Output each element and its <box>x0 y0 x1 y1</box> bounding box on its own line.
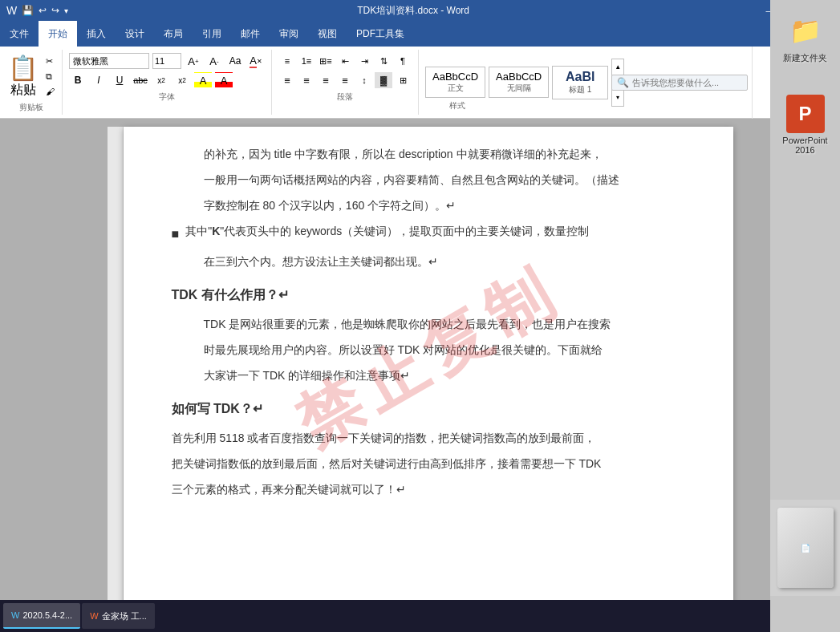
paragraph-label: 段落 <box>278 91 412 104</box>
highlight-button[interactable]: A <box>194 72 212 88</box>
bold-button[interactable]: B <box>69 72 87 88</box>
sort-button[interactable]: ⇅ <box>375 53 392 69</box>
align-center-button[interactable]: ≡ <box>298 72 315 88</box>
styles-label: 样式 <box>449 100 465 113</box>
font-clear-button[interactable]: A ✕ <box>247 53 265 69</box>
shading-button[interactable]: ▓ <box>375 72 392 88</box>
tab-home[interactable]: 开始 <box>39 21 77 47</box>
ribbon-tabs: 文件 开始 插入 设计 布局 引用 邮件 审阅 视图 PDF工具集 <box>0 21 840 47</box>
desktop-right-area: 📁 新建文件夹 P PowerPoint 2016 📄 <box>770 0 840 632</box>
style-heading1[interactable]: AaBl 标题 1 <box>552 66 608 99</box>
word-icon: W <box>6 4 17 17</box>
format-painter-button[interactable]: 🖌 <box>43 85 57 98</box>
thumbnail-area: 📄 <box>770 500 840 596</box>
justify-button[interactable]: ≡ <box>336 72 354 88</box>
title-bar: W 💾 ↩ ↪ ▾ TDK培训资料.docx - Word — ❐ ✕ <box>0 0 840 21</box>
document-area: 禁止复制 的补充，因为 title 中字数有限，所以在 description … <box>0 119 840 614</box>
para-10: 三个元素的格式，再来分配关键词就可以了！↵ <box>172 478 685 500</box>
clipboard-group: 📋 粘贴 ✂ ⧉ 🖌 剪贴板 <box>0 50 63 115</box>
taskbar-item-2[interactable]: W 金家场 工... <box>82 603 155 629</box>
title-bar-left: W 💾 ↩ ↪ ▾ <box>6 4 68 17</box>
strikethrough-button[interactable]: abc <box>132 72 149 88</box>
desktop-icon-new-folder[interactable]: 📁 新建文件夹 <box>780 8 830 67</box>
save-icon[interactable]: 💾 <box>22 5 34 16</box>
numbering-button[interactable]: 1≡ <box>298 53 315 69</box>
font-label: 字体 <box>69 91 265 104</box>
align-right-button[interactable]: ≡ <box>317 72 335 88</box>
bullet-marker: ■ <box>172 221 180 247</box>
copy-button[interactable]: ⧉ <box>43 70 57 83</box>
line-spacing-button[interactable]: ↕ <box>355 72 373 88</box>
tab-design[interactable]: 设计 <box>116 21 154 47</box>
para-9: 把关键词指数低的放到最后面，然后对关键词进行由高到低排序，接着需要想一下 TDK <box>172 452 685 475</box>
paragraph-group: ≡ 1≡ ⊞≡ ⇤ ⇥ ⇅ ¶ ≡ ≡ ≡ ≡ ↕ ▓ ⊞ 段落 <box>272 50 419 115</box>
increase-indent-button[interactable]: ⇥ <box>355 53 373 69</box>
paste-label: 粘贴 <box>10 82 36 99</box>
borders-button[interactable]: ⊞ <box>394 72 412 88</box>
ribbon-search-input[interactable] <box>632 78 737 87</box>
font-shrink-button[interactable]: A- <box>205 53 223 69</box>
tab-mailings[interactable]: 邮件 <box>231 21 270 47</box>
bullets-button[interactable]: ≡ <box>278 53 296 69</box>
paste-icon: 📋 <box>8 54 38 82</box>
cut-button[interactable]: ✂ <box>43 55 57 68</box>
font-name-input[interactable] <box>69 53 149 69</box>
underline-button[interactable]: U <box>111 72 128 88</box>
document-page[interactable]: 禁止复制 的补充，因为 title 中字数有限，所以在 description … <box>124 127 733 606</box>
document-content: 的补充，因为 title 中字数有限，所以在 description 中就要稍微… <box>172 143 685 500</box>
tab-insert[interactable]: 插入 <box>77 21 116 47</box>
subscript-button[interactable]: x2 <box>152 72 170 88</box>
multilevel-button[interactable]: ⊞≡ <box>317 53 335 69</box>
heading-1: TDK 有什么作用？↵ <box>172 282 685 308</box>
tab-review[interactable]: 审阅 <box>270 21 308 47</box>
taskbar-icon-2: W <box>90 611 98 621</box>
clipboard-label: 剪贴板 <box>19 102 43 115</box>
ribbon-search-box: 🔍 <box>611 75 748 91</box>
style-no-spacing[interactable]: AaBbCcD 无间隔 <box>489 67 549 98</box>
para-row2: ≡ ≡ ≡ ≡ ↕ ▓ ⊞ <box>278 72 412 88</box>
taskbar: W 2020.5.4-2... W 金家场 工... <box>0 600 770 632</box>
superscript-button[interactable]: x2 <box>173 72 191 88</box>
undo-icon[interactable]: ↩ <box>39 5 47 16</box>
align-left-button[interactable]: ≡ <box>278 72 296 88</box>
para-6: 时最先展现给用户的内容。所以设置好 TDK 对网站的优化是很关键的。下面就给 <box>172 338 685 361</box>
tab-references[interactable]: 引用 <box>193 21 231 47</box>
para-2: 一般用一句两句话概括网站的内容，内容要精简、自然且包含网站的关键词。（描述 <box>172 168 685 191</box>
para-4: 在三到六个内。想方设法让主关键词都出现。↵ <box>172 250 685 273</box>
font-color-button[interactable]: A <box>215 72 233 88</box>
new-folder-icon: 📁 <box>786 11 825 50</box>
tab-file[interactable]: 文件 <box>0 21 39 47</box>
decrease-indent-button[interactable]: ⇤ <box>336 53 354 69</box>
clipboard-group-content: 📋 粘贴 ✂ ⧉ 🖌 <box>5 50 57 102</box>
para-8: 首先利用 5118 或者百度指数查询一下关键词的指数，把关键词指数高的放到最前面… <box>172 427 685 449</box>
clipboard-small-buttons: ✂ ⧉ 🖌 <box>43 55 57 98</box>
ribbon-content: 📋 粘贴 ✂ ⧉ 🖌 剪贴板 A+ A- Aa A ✕ B I <box>0 47 840 119</box>
show-marks-button[interactable]: ¶ <box>394 53 412 69</box>
left-ruler <box>108 127 124 606</box>
paste-button[interactable]: 📋 粘贴 <box>5 52 41 100</box>
taskbar-label-2: 金家场 工... <box>102 610 147 622</box>
style-normal[interactable]: AaBbCcD 正文 <box>425 67 485 98</box>
para-7: 大家讲一下 TDK 的详细操作和注意事项↵ <box>172 364 685 387</box>
tab-pdf[interactable]: PDF工具集 <box>347 21 414 47</box>
para-5: TDK 是网站很重要的元素，他是蜘蛛爬取你的网站之后最先看到，也是用户在搜索 <box>172 313 685 335</box>
powerpoint-label: PowerPoint 2016 <box>773 136 837 155</box>
bullet-item-1: ■ 其中"K"代表页头中的 keywords（关键词），提取页面中的主要关键词，… <box>172 220 685 247</box>
font-case-button[interactable]: Aa <box>226 53 244 69</box>
search-icon: 🔍 <box>617 77 629 88</box>
powerpoint-icon: P <box>786 95 825 133</box>
redo-icon[interactable]: ↪ <box>51 5 59 16</box>
para-3: 字数控制在 80 个汉字以内，160 个字符之间）。↵ <box>172 194 685 217</box>
taskbar-label-1: 2020.5.4-2... <box>22 610 72 620</box>
thumbnail: 📄 <box>777 508 834 588</box>
font-row2: B I U abc x2 x2 A A <box>69 72 265 88</box>
font-grow-button[interactable]: A+ <box>185 53 202 69</box>
desktop-icon-powerpoint[interactable]: P PowerPoint 2016 <box>770 91 840 158</box>
taskbar-item-1[interactable]: W 2020.5.4-2... <box>3 603 80 629</box>
font-size-input[interactable] <box>152 53 181 69</box>
tab-view[interactable]: 视图 <box>308 21 347 47</box>
tab-layout[interactable]: 布局 <box>154 21 193 47</box>
heading-2: 如何写 TDK？↵ <box>172 396 685 422</box>
italic-button[interactable]: I <box>90 72 108 88</box>
document-title: TDK培训资料.docx - Word <box>68 4 758 18</box>
